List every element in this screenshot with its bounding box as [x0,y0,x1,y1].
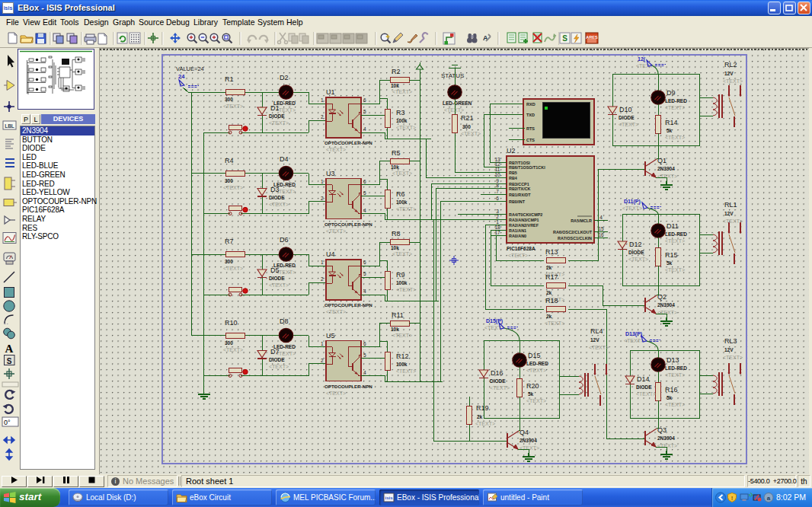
svg-text:4: 4 [363,126,366,132]
svg-text:RB5: RB5 [509,171,517,175]
svg-text:RL4: RL4 [590,327,603,335]
svg-text:10k: 10k [391,327,399,332]
svg-text:R3: R3 [396,109,405,116]
svg-text:RB2/TX/CK: RB2/TX/CK [509,187,531,191]
svg-text:DIODE: DIODE [269,113,285,119]
svg-text:D2: D2 [280,74,289,81]
svg-text:U5: U5 [326,332,335,340]
svg-text:5k: 5k [528,391,534,397]
svg-text:RB7/T1OSI: RB7/T1OSI [509,161,530,165]
svg-text:10: 10 [494,172,500,177]
svg-text:4: 4 [599,215,603,220]
svg-text:0°: 0° [4,419,11,426]
svg-text:2: 2 [321,358,324,363]
svg-text:5k: 5k [667,395,673,400]
svg-text:RA6/OSC2/CLKOUT: RA6/OSC2/CLKOUT [553,230,593,234]
svg-text:100k: 100k [396,362,408,367]
svg-text:R19: R19 [476,404,489,412]
svg-text:a: a [767,495,771,502]
svg-text:R2: R2 [392,68,401,75]
svg-text:R9: R9 [396,271,405,279]
svg-text:2: 2 [321,276,324,282]
svg-text:6: 6 [363,341,366,346]
svg-text:RL2: RL2 [724,61,737,69]
svg-text:RXD: RXD [526,102,535,107]
svg-text:DIODE: DIODE [628,250,644,255]
svg-text:D1: D1 [270,104,280,112]
svg-text:S: S [562,34,567,43]
svg-text:2N3904: 2N3904 [519,438,537,443]
svg-text:D8: D8 [280,317,289,325]
svg-text:<TEXT>: <TEXT> [624,338,644,343]
svg-text:CTS: CTS [526,138,535,142]
svg-text:300: 300 [225,259,233,264]
svg-text:<TEXT>: <TEXT> [326,309,346,314]
svg-text:<TEXT>: <TEXT> [519,445,539,451]
svg-text:<TEXT>: <TEXT> [269,364,289,369]
svg-text:RA5/MCLR: RA5/MCLR [571,218,592,223]
svg-text:12(: 12( [638,56,646,62]
svg-text:LED-RED: LED-RED [526,361,548,366]
svg-text:S: S [7,357,12,365]
svg-text:2k: 2k [477,414,483,419]
svg-text:6: 6 [496,196,499,201]
svg-text:D16: D16 [491,369,504,377]
svg-text:<TEXT>: <TEXT> [392,251,412,257]
svg-text:R12: R12 [396,352,409,360]
svg-text:R4: R4 [225,157,234,164]
svg-text:4: 4 [363,289,366,294]
svg-text:RA4/T0CKI/CMP2: RA4/T0CKI/CMP2 [509,212,542,217]
svg-text:100k: 100k [396,118,408,123]
svg-text:2: 2 [321,114,324,120]
svg-text:5: 5 [363,352,366,358]
svg-text:<TEXT>: <TEXT> [396,206,416,212]
svg-text:RB3/CCP1: RB3/CCP1 [509,182,529,187]
svg-text:2k: 2k [546,290,552,295]
svg-text:<TEXT>: <TEXT> [223,266,243,271]
svg-text:10k: 10k [391,245,399,250]
svg-text:LED-RED: LED-RED [665,231,687,237]
svg-text:OPTOCOUPLER-NPN: OPTOCOUPLER-NPN [324,384,372,389]
svg-text:U2: U2 [507,147,516,155]
svg-text:DIODE: DIODE [269,195,285,200]
svg-text:R15: R15 [665,251,678,259]
svg-text:<TEXT>: <TEXT> [657,174,677,179]
svg-text:<TEXT>: <TEXT> [508,253,528,258]
svg-text:R18: R18 [545,297,558,305]
svg-text:ARES: ARES [586,35,598,40]
svg-text:D7: D7 [270,348,280,356]
svg-text:<TEXT>: <TEXT> [622,206,642,211]
svg-text:<TEXT>: <TEXT> [665,135,685,140]
svg-text:<TEXT>: <TEXT> [326,147,346,152]
svg-text:<TEXT>: <TEXT> [269,202,289,207]
svg-text:R14: R14 [665,119,678,126]
svg-text:<TEXT>: <TEXT> [526,368,546,373]
svg-text:RB0/INT: RB0/INT [509,199,526,204]
svg-text:4: 4 [363,370,366,375]
svg-text:<TEXT>: <TEXT> [326,391,346,396]
svg-text:R10: R10 [225,319,238,327]
svg-text:R7: R7 [225,238,234,245]
svg-text:1: 1 [321,341,324,346]
svg-text:16: 16 [598,232,604,238]
svg-text:<TEXT>: <TEXT> [396,368,416,374]
svg-text:<TEXT>: <TEXT> [396,125,416,130]
svg-text:LBL: LBL [5,123,14,129]
svg-text:100k: 100k [396,280,408,285]
svg-text:RL3: RL3 [724,337,737,345]
svg-text:300: 300 [225,178,233,183]
svg-text:<TEXT>: <TEXT> [484,325,504,330]
svg-text:6: 6 [363,179,366,184]
svg-text:<TEXT>: <TEXT> [628,257,648,262]
svg-text:24: 24 [178,73,185,80]
svg-text:RA1/AN1: RA1/AN1 [509,228,526,233]
svg-text:R13: R13 [545,248,558,256]
svg-text:2N3904: 2N3904 [657,435,675,441]
svg-text:RA7/OSC1/CLKIN: RA7/OSC1/CLKIN [558,236,592,241]
svg-text:U4: U4 [326,250,335,258]
svg-text:D13(P): D13(P) [625,331,642,337]
svg-text:1: 1 [321,260,324,265]
svg-text:RA3/AN3/CMP1: RA3/AN3/CMP1 [509,218,539,222]
svg-text:!: ! [731,495,734,502]
svg-text:<TEXT>: <TEXT> [223,104,243,109]
